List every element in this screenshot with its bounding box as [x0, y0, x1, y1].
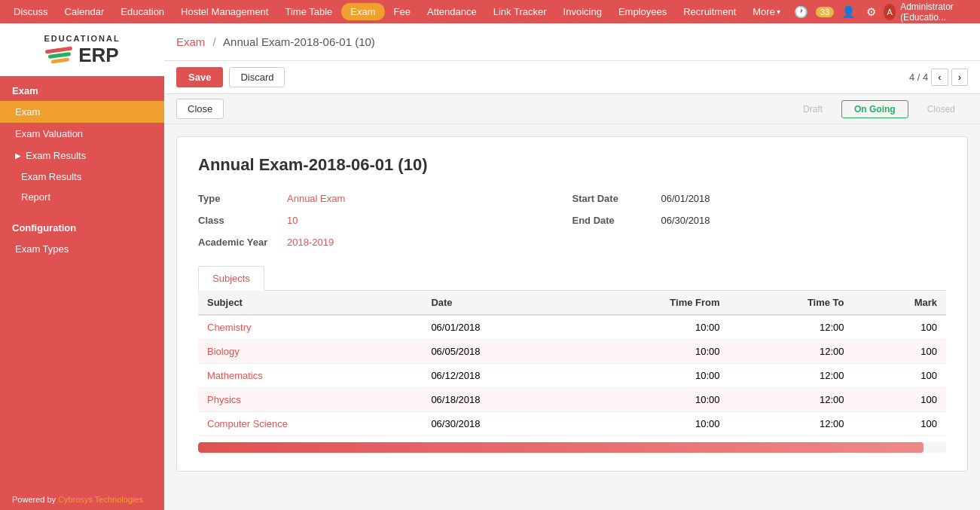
- sidebar-item-exam-valuation[interactable]: Exam Valuation: [0, 123, 164, 145]
- nav-calendar[interactable]: Calendar: [57, 3, 112, 20]
- subject-cell[interactable]: Chemistry: [198, 315, 422, 340]
- status-bar: Close Draft On Going Closed: [164, 94, 980, 124]
- sidebar-item-exam-results[interactable]: Exam Results: [0, 166, 164, 187]
- chevron-right-icon: ▶: [15, 151, 21, 160]
- breadcrumb-separator: /: [213, 35, 216, 48]
- status-pills: Draft On Going Closed: [790, 100, 968, 118]
- col-time-from: Time From: [575, 291, 729, 315]
- cybrosys-link[interactable]: Cybrosys Technologies: [58, 495, 143, 504]
- time-to-cell: 12:00: [729, 388, 853, 412]
- tab-bar: Subjects: [198, 266, 946, 291]
- save-button[interactable]: Save: [176, 67, 223, 87]
- table-header-row: Subject Date Time From Time To Mark: [198, 291, 946, 315]
- nav-employees[interactable]: Employees: [611, 3, 674, 20]
- contacts-icon[interactable]: 👤: [838, 4, 859, 20]
- time-to-cell: 12:00: [729, 364, 853, 388]
- sidebar-item-exam-results-parent[interactable]: ▶ Exam Results: [0, 145, 164, 166]
- status-closed[interactable]: Closed: [914, 100, 968, 118]
- clock-icon[interactable]: 🕐: [791, 4, 811, 20]
- time-to-cell: 12:00: [729, 412, 853, 436]
- end-date-value: 06/30/2018: [661, 215, 710, 226]
- subject-cell[interactable]: Computer Science: [198, 412, 422, 436]
- status-ongoing[interactable]: On Going: [841, 100, 908, 118]
- mark-cell: 100: [853, 340, 946, 364]
- nav-fee[interactable]: Fee: [386, 3, 418, 20]
- nav-recruitment[interactable]: Recruitment: [676, 3, 743, 20]
- settings-icon[interactable]: ⚙: [863, 4, 879, 20]
- end-date-label: End Date: [572, 215, 655, 226]
- nav-education[interactable]: Education: [113, 3, 172, 20]
- pagination: 4 / 4 ‹ ›: [909, 69, 968, 86]
- table-scrollbar-thumb: [198, 442, 924, 453]
- notification-badge[interactable]: 33: [816, 7, 834, 17]
- academic-year-label: Academic Year: [198, 237, 281, 248]
- sidebar-item-exam-results-label: Exam Results: [21, 171, 81, 182]
- type-value[interactable]: Annual Exam: [287, 193, 345, 204]
- user-name: Administrator (Educatio...: [900, 2, 974, 23]
- sidebar-item-exam-label: Exam: [15, 106, 40, 118]
- time-from-cell: 10:00: [575, 340, 729, 364]
- status-draft[interactable]: Draft: [790, 100, 835, 118]
- class-value[interactable]: 10: [287, 215, 298, 226]
- time-from-cell: 10:00: [575, 315, 729, 340]
- top-navigation: Discuss Calendar Education Hostel Manage…: [0, 0, 980, 23]
- breadcrumb-exam-link[interactable]: Exam: [176, 35, 205, 48]
- class-label: Class: [198, 215, 281, 226]
- table-row: Chemistry 06/01/2018 10:00 12:00 100: [198, 315, 946, 340]
- nav-time-table[interactable]: Time Table: [277, 3, 340, 20]
- subject-cell[interactable]: Biology: [198, 340, 422, 364]
- subject-cell[interactable]: Mathematics: [198, 364, 422, 388]
- table-row: Biology 06/05/2018 10:00 12:00 100: [198, 340, 946, 364]
- academic-year-row: Academic Year 2018-2019: [198, 237, 572, 248]
- breadcrumb-current: Annual Exam-2018-06-01 (10): [223, 35, 375, 48]
- date-cell: 06/18/2018: [422, 388, 574, 412]
- date-cell: 06/01/2018: [422, 315, 574, 340]
- form-area: Annual Exam-2018-06-01 (10) Type Annual …: [164, 124, 980, 510]
- start-date-row: Start Date 06/01/2018: [572, 193, 947, 204]
- breadcrumb-bar: Exam / Annual Exam-2018-06-01 (10): [164, 23, 980, 61]
- tab-subjects[interactable]: Subjects: [198, 266, 264, 291]
- sidebar-item-exam-valuation-label: Exam Valuation: [15, 128, 83, 139]
- date-cell: 06/05/2018: [422, 340, 574, 364]
- nav-attendance[interactable]: Attendance: [420, 3, 484, 20]
- col-date: Date: [422, 291, 574, 315]
- date-cell: 06/30/2018: [422, 412, 574, 436]
- nav-discuss[interactable]: Discuss: [6, 3, 56, 20]
- sidebar-item-exam[interactable]: Exam: [0, 101, 164, 123]
- form-card: Annual Exam-2018-06-01 (10) Type Annual …: [176, 136, 968, 472]
- main-content: Exam / Annual Exam-2018-06-01 (10) Save …: [164, 23, 980, 510]
- sidebar-item-exam-types[interactable]: Exam Types: [0, 238, 164, 260]
- sidebar-item-exam-results-parent-label: Exam Results: [26, 150, 86, 161]
- nav-exam[interactable]: Exam: [341, 3, 384, 20]
- col-mark: Mark: [853, 291, 946, 315]
- action-bar: Save Discard 4 / 4 ‹ ›: [164, 61, 980, 94]
- logo: EDUCATIONAL ERP: [0, 23, 164, 76]
- nav-more[interactable]: More ▾: [745, 3, 788, 20]
- start-date-label: Start Date: [572, 193, 655, 204]
- subject-cell[interactable]: Physics: [198, 388, 422, 412]
- table-scrollbar[interactable]: [198, 442, 946, 453]
- prev-page-button[interactable]: ‹: [931, 69, 948, 86]
- form-title: Annual Exam-2018-06-01 (10): [198, 155, 946, 175]
- user-avatar[interactable]: A: [884, 4, 896, 20]
- col-subject: Subject: [198, 291, 422, 315]
- nav-link-tracker[interactable]: Link Tracker: [486, 3, 554, 20]
- time-to-cell: 12:00: [729, 315, 853, 340]
- logo-line2: ERP: [78, 44, 118, 67]
- nav-invoicing[interactable]: Invoicing: [556, 3, 609, 20]
- sidebar-item-exam-types-label: Exam Types: [15, 243, 69, 255]
- academic-year-value[interactable]: 2018-2019: [287, 237, 334, 248]
- discard-button[interactable]: Discard: [229, 67, 285, 87]
- next-page-button[interactable]: ›: [951, 69, 968, 86]
- sidebar-item-report[interactable]: Report: [0, 187, 164, 207]
- mark-cell: 100: [853, 388, 946, 412]
- nav-hostel-management[interactable]: Hostel Management: [173, 3, 276, 20]
- breadcrumb: Exam / Annual Exam-2018-06-01 (10): [176, 35, 968, 48]
- col-time-to: Time To: [729, 291, 853, 315]
- sidebar-section-configuration: Configuration: [0, 213, 164, 238]
- time-from-cell: 10:00: [575, 364, 729, 388]
- close-button[interactable]: Close: [176, 99, 224, 119]
- table-row: Physics 06/18/2018 10:00 12:00 100: [198, 388, 946, 412]
- type-row: Type Annual Exam: [198, 193, 572, 204]
- time-to-cell: 12:00: [729, 340, 853, 364]
